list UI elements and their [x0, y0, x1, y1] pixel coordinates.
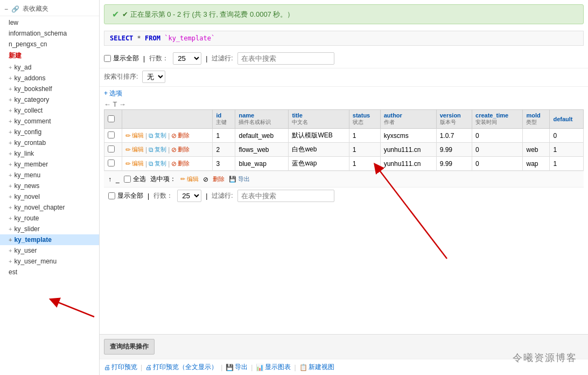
- col-id[interactable]: id主键: [213, 110, 235, 129]
- sidebar-item-ky-config[interactable]: + ky_config: [0, 127, 99, 137]
- col-mold[interactable]: mold类型: [523, 110, 550, 129]
- prefix-icon: +: [9, 140, 12, 146]
- item-label: ky_comment: [14, 117, 51, 125]
- delete-circle-icon: ⊘: [171, 132, 177, 140]
- sidebar-item-ky-route[interactable]: + ky_route: [0, 213, 99, 224]
- sidebar-item-ky-user-menu[interactable]: + ky_user_menu: [0, 256, 99, 267]
- sidebar-item-ky-addons[interactable]: + ky_addons: [0, 73, 99, 84]
- col-author[interactable]: author作者: [380, 110, 436, 129]
- sidebar-item-ky-news[interactable]: + ky_news: [0, 180, 99, 191]
- item-label: ky_news: [14, 182, 39, 190]
- col-status[interactable]: status状态: [349, 110, 380, 129]
- copy-link[interactable]: 复制: [155, 159, 166, 168]
- row-checkbox[interactable]: [104, 157, 122, 171]
- show-all-input[interactable]: [104, 55, 111, 62]
- filter-input[interactable]: [237, 52, 334, 65]
- prefix-icon: +: [9, 247, 12, 254]
- sidebar-item-ky-collect[interactable]: + ky_collect: [0, 105, 99, 116]
- chart-link[interactable]: 📊 显示图表: [256, 363, 291, 372]
- filter-separator: |: [206, 55, 207, 63]
- row-checkbox[interactable]: [104, 129, 122, 143]
- print-full-preview-link[interactable]: 🖨 打印预览（全文显示）: [145, 363, 218, 372]
- view-icon: 📋: [299, 364, 307, 371]
- bulk-export-button[interactable]: 💾 导出: [229, 175, 250, 183]
- copy-link[interactable]: 复制: [155, 131, 166, 140]
- bulk-delete-button[interactable]: 删除: [213, 175, 225, 183]
- print-preview-link[interactable]: 🖨 打印预览: [104, 363, 137, 372]
- sidebar-item-ky-category[interactable]: + ky_category: [0, 94, 99, 105]
- sidebar-item-ky-template[interactable]: + ky_template: [0, 234, 99, 245]
- sidebar-item-ky-crontab[interactable]: + ky_crontab: [0, 137, 99, 148]
- item-label: ky_bookshelf: [14, 85, 52, 93]
- sql-display: SELECT * FROM `ky_template`: [104, 31, 584, 46]
- edit-link[interactable]: 编辑: [132, 159, 144, 168]
- delete-icon: ⊘: [203, 176, 208, 183]
- item-label: ky_collect: [14, 107, 43, 114]
- query-actions-bar: 查询结果操作: [100, 334, 588, 359]
- sidebar-item-ky-novel-chapter[interactable]: + ky_novel_chapter: [0, 202, 99, 213]
- edit-link[interactable]: 编辑: [132, 145, 144, 154]
- back-arrow-icon: ↑: [108, 176, 111, 183]
- bottom-filter-input[interactable]: [237, 190, 334, 202]
- col-actions: [122, 110, 213, 129]
- sidebar-item-ky-link[interactable]: + ky_link: [0, 148, 99, 159]
- bottom-filter-toolbar: 显示全部 | 行数： 25 | 过滤行:: [104, 188, 584, 205]
- query-result-button[interactable]: 查询结果操作: [104, 339, 155, 355]
- bottom-toolbar: ↑ _ 全选 选中项： ✏ 编辑 ⊘ 删除 💾 导出: [104, 171, 584, 188]
- show-all-checkbox[interactable]: 显示全部: [104, 54, 139, 63]
- sidebar-item-information-schema[interactable]: information_schema: [0, 28, 99, 39]
- item-label: ky_member: [14, 161, 48, 168]
- row-count-select[interactable]: 25 50 100: [173, 52, 201, 65]
- col-create-time[interactable]: create_time安装时间: [472, 110, 523, 129]
- col-name[interactable]: name插件名或标识: [235, 110, 289, 129]
- row-status: 1: [349, 129, 380, 143]
- sort-select[interactable]: 无: [142, 71, 165, 83]
- bulk-edit-button[interactable]: ✏ 编辑: [180, 175, 199, 183]
- sidebar-item-ky-slider[interactable]: + ky_slider: [0, 224, 99, 234]
- print-icon: 🖨: [104, 364, 110, 371]
- select-options-link[interactable]: + 选项: [104, 87, 584, 100]
- sidebar-item-ky-user[interactable]: + ky_user: [0, 245, 99, 256]
- export-link[interactable]: 💾 导出: [226, 363, 248, 372]
- sidebar-item-n-pengxs-cn[interactable]: n_pengxs_cn: [0, 39, 99, 50]
- item-label: ky_user: [14, 247, 37, 254]
- prefix-icon: +: [9, 237, 12, 243]
- col-version[interactable]: version版本号: [436, 110, 472, 129]
- delete-circle-icon: ⊘: [171, 146, 177, 154]
- delete-link[interactable]: 删除: [178, 131, 190, 140]
- row-mold: [523, 129, 550, 143]
- select-all-checkbox[interactable]: [108, 115, 115, 122]
- row-actions: ✏ 编辑 | ⧉ 复制 | ⊘ 删除: [122, 129, 213, 143]
- sidebar-item-ky-menu[interactable]: + ky_menu: [0, 170, 99, 180]
- col-checkbox[interactable]: [104, 110, 122, 129]
- nav-arrows: ← T →: [104, 100, 584, 108]
- row-checkbox[interactable]: [104, 143, 122, 157]
- copy-icon-btn: ⧉: [149, 160, 153, 168]
- sidebar-item-ky-member[interactable]: + ky_member: [0, 159, 99, 170]
- bottom-row-select[interactable]: 25: [177, 190, 201, 202]
- delete-link[interactable]: 删除: [178, 159, 190, 168]
- edit-icon: ✏: [125, 160, 131, 168]
- delete-link[interactable]: 删除: [178, 145, 190, 154]
- show-all-bottom[interactable]: 显示全部: [108, 191, 143, 200]
- select-all-text: 全选: [133, 175, 146, 184]
- select-all-label[interactable]: 全选: [124, 175, 146, 184]
- collapse-icon[interactable]: −: [4, 5, 8, 13]
- sidebar-item-ky-bookshelf[interactable]: + ky_bookshelf: [0, 84, 99, 94]
- row-create-time: 0: [472, 129, 523, 143]
- sql-table-name: `ky_template`: [164, 34, 215, 42]
- sidebar-item-lew[interactable]: lew: [0, 17, 99, 28]
- col-default[interactable]: default: [550, 110, 584, 129]
- sidebar-item-ky-comment[interactable]: + ky_comment: [0, 116, 99, 127]
- show-all-bottom-input[interactable]: [108, 192, 115, 199]
- edit-link[interactable]: 编辑: [132, 131, 144, 140]
- col-title[interactable]: title中文名: [289, 110, 349, 129]
- copy-link[interactable]: 复制: [155, 145, 166, 154]
- sidebar-item-new[interactable]: 新建: [0, 50, 99, 62]
- select-all-bottom[interactable]: [124, 176, 131, 183]
- show-all-bottom-label: 显示全部: [117, 191, 143, 200]
- sidebar-item-ky-ad[interactable]: + ky_ad: [0, 62, 99, 73]
- new-view-link[interactable]: 📋 新建视图: [299, 363, 334, 372]
- sidebar-item-ky-novel[interactable]: + ky_novel: [0, 191, 99, 202]
- sidebar-item-est[interactable]: est: [0, 267, 99, 277]
